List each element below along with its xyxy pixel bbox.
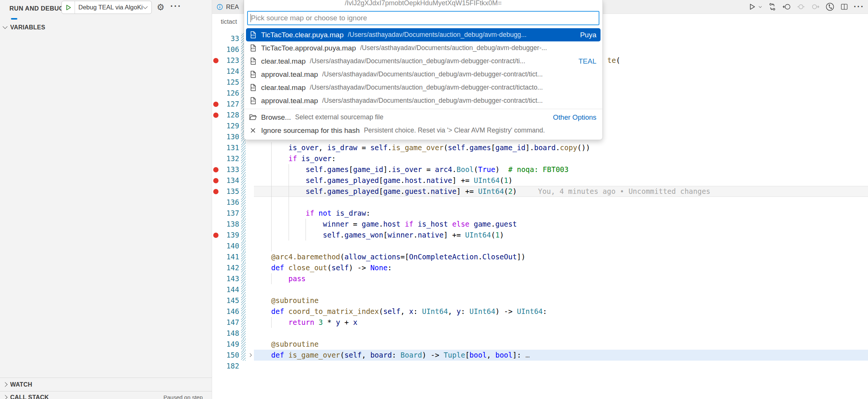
line-number[interactable]: 129 — [220, 120, 241, 131]
chevron-right-icon[interactable] — [248, 353, 252, 357]
code-text[interactable] — [254, 328, 868, 339]
breakpoint-gutter[interactable] — [212, 328, 220, 339]
breakpoint-gutter[interactable] — [212, 208, 220, 219]
line-number[interactable]: 146 — [220, 306, 241, 317]
breakpoint-gutter[interactable] — [212, 262, 220, 273]
code-text[interactable]: def close_out(self) -> None: — [254, 262, 868, 273]
code-text[interactable] — [254, 241, 868, 251]
breakpoint-gutter[interactable] — [212, 241, 220, 251]
fold-gutter[interactable] — [246, 142, 254, 153]
breakpoint-gutter[interactable] — [212, 251, 220, 262]
breadcrumb[interactable]: tictact — [221, 18, 237, 25]
breakpoint-dot[interactable] — [213, 102, 219, 107]
code-text[interactable]: if not is_draw: — [254, 208, 868, 219]
reverse-continue-icon[interactable] — [796, 2, 805, 11]
more-actions-icon[interactable]: ··· — [854, 2, 864, 12]
breakpoint-gutter[interactable] — [212, 110, 220, 120]
line-number[interactable]: 144 — [220, 284, 241, 295]
code-text[interactable]: self.games[game_id].is_over = arc4.Bool(… — [254, 164, 868, 175]
code-text[interactable]: self.games_won[winner.native] += UInt64(… — [254, 230, 868, 241]
breakpoint-gutter[interactable] — [212, 164, 220, 175]
line-number[interactable]: 106 — [220, 44, 241, 55]
breakpoint-gutter[interactable] — [212, 120, 220, 131]
fold-gutter[interactable] — [246, 295, 254, 306]
fold-gutter[interactable] — [246, 262, 254, 273]
line-number[interactable]: 140 — [220, 241, 241, 251]
breakpoint-gutter[interactable] — [212, 230, 220, 241]
fold-gutter[interactable] — [246, 251, 254, 262]
callstack-section-header[interactable]: CALL STACK Paused on step — [0, 391, 212, 399]
fold-gutter[interactable] — [246, 175, 254, 186]
fold-gutter[interactable] — [246, 208, 254, 219]
split-editor-icon[interactable] — [840, 3, 848, 11]
fold-gutter[interactable] — [246, 317, 254, 328]
quickpick-item[interactable]: approval.teal.map/Users/asthayadav/Docum… — [246, 94, 601, 107]
chevron-down-icon[interactable] — [758, 5, 763, 9]
breakpoint-gutter[interactable] — [212, 317, 220, 328]
line-number[interactable]: 33 — [220, 33, 241, 44]
quickpick-item[interactable]: clear.teal.map/Users/asthayadav/Document… — [246, 55, 601, 68]
code-text[interactable]: def coord_to_matrix_index(self, x: UInt6… — [254, 306, 868, 317]
editor-tab[interactable]: REA — [212, 0, 244, 14]
line-number[interactable]: 138 — [220, 219, 241, 230]
code-text[interactable] — [254, 284, 868, 295]
line-number[interactable]: 134 — [220, 175, 241, 186]
line-number[interactable]: 149 — [220, 339, 241, 350]
more-actions-icon[interactable]: ··· — [170, 1, 182, 11]
breakpoint-gutter[interactable] — [212, 273, 220, 284]
breakpoint-gutter[interactable] — [212, 66, 220, 77]
fold-gutter[interactable] — [246, 186, 254, 197]
watch-section-header[interactable]: WATCH — [0, 378, 212, 391]
code-text[interactable]: @arc4.baremethod(allow_actions=[OnComple… — [254, 251, 868, 262]
breakpoint-gutter[interactable] — [212, 361, 220, 372]
line-number[interactable]: 127 — [220, 99, 241, 110]
breakpoint-gutter[interactable] — [212, 284, 220, 295]
line-number[interactable]: 141 — [220, 251, 241, 262]
line-number[interactable]: 143 — [220, 273, 241, 284]
fold-gutter[interactable] — [246, 219, 254, 230]
variables-section-header[interactable]: VARIABLES — [0, 21, 212, 34]
breakpoint-gutter[interactable] — [212, 88, 220, 99]
quickpick-item[interactable]: clear.teal.map/Users/asthayadav/Document… — [246, 81, 601, 94]
quickpick-input[interactable] — [247, 11, 599, 25]
code-text[interactable]: @subroutine — [254, 339, 868, 350]
line-number[interactable]: 148 — [220, 328, 241, 339]
fold-gutter[interactable] — [246, 306, 254, 317]
breakpoint-gutter[interactable] — [212, 339, 220, 350]
fold-gutter[interactable] — [246, 164, 254, 175]
breakpoint-gutter[interactable] — [212, 77, 220, 88]
breakpoint-gutter[interactable] — [212, 44, 220, 55]
quickpick-item[interactable]: TicTacToe.approval.puya.map/Users/asthay… — [246, 41, 601, 55]
fold-gutter[interactable] — [246, 284, 254, 295]
line-number[interactable]: 131 — [220, 142, 241, 153]
breakpoint-gutter[interactable] — [212, 142, 220, 153]
line-number[interactable]: 142 — [220, 262, 241, 273]
breakpoint-gutter[interactable] — [212, 350, 220, 361]
fold-gutter[interactable] — [246, 241, 254, 251]
start-debug-button[interactable] — [62, 1, 75, 14]
line-number[interactable]: 137 — [220, 208, 241, 219]
breakpoint-gutter[interactable] — [212, 99, 220, 110]
fold-gutter[interactable] — [246, 339, 254, 350]
breakpoint-dot[interactable] — [213, 113, 219, 118]
code-text[interactable]: def is_game_over(self, board: Board) -> … — [254, 350, 868, 361]
fold-gutter[interactable] — [246, 197, 254, 208]
fold-gutter[interactable] — [246, 328, 254, 339]
gear-icon[interactable]: ⚙ — [157, 2, 165, 13]
breakpoint-dot[interactable] — [213, 58, 219, 63]
run-timeline-icon[interactable] — [825, 2, 835, 12]
breakpoint-gutter[interactable] — [212, 33, 220, 44]
breakpoint-gutter[interactable] — [212, 219, 220, 230]
code-text[interactable]: pass — [254, 273, 868, 284]
breakpoint-gutter[interactable] — [212, 295, 220, 306]
debug-config-dropdown[interactable]: Debug TEAL via AlgoKi — [61, 1, 152, 14]
git-compare-icon[interactable] — [768, 2, 777, 11]
run-icon[interactable] — [748, 3, 756, 11]
line-number[interactable]: 123 — [220, 55, 241, 66]
quickpick-item[interactable]: approval.teal.map/Users/asthayadav/Docum… — [246, 68, 601, 81]
line-number[interactable]: 132 — [220, 153, 241, 164]
line-number[interactable]: 133 — [220, 164, 241, 175]
breakpoint-dot[interactable] — [213, 167, 219, 172]
code-text[interactable]: winner = game.host if is_host else game.… — [254, 219, 868, 230]
line-number[interactable]: 147 — [220, 317, 241, 328]
